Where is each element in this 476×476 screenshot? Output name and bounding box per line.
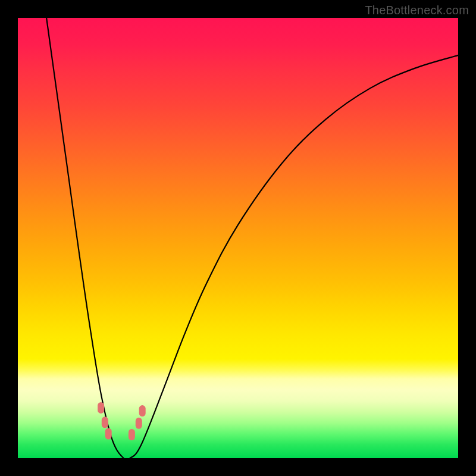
chart-frame: TheBottleneck.com — [0, 0, 476, 476]
curve-marker — [129, 429, 135, 440]
bottleneck-curve — [46, 18, 458, 461]
curve-marker — [139, 405, 146, 416]
curve-marker — [102, 416, 108, 428]
plot-area — [18, 18, 458, 458]
bottleneck-curve-svg — [18, 18, 458, 458]
curve-markers — [98, 402, 146, 440]
curve-marker — [98, 402, 104, 414]
curve-marker — [105, 428, 112, 440]
watermark-text: TheBottleneck.com — [365, 4, 469, 17]
curve-marker — [136, 418, 142, 429]
